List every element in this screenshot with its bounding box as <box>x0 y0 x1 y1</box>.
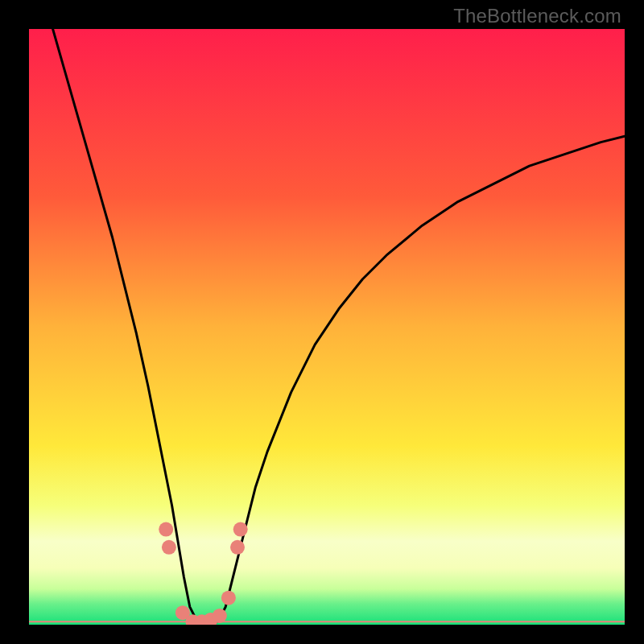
curve-marker <box>221 591 236 605</box>
curve-marker <box>230 540 245 555</box>
curve-marker <box>213 609 227 623</box>
curve-marker <box>162 540 176 555</box>
curve-marker <box>233 522 248 537</box>
watermark-label: TheBottleneck.com <box>453 5 621 27</box>
bottleneck-curve <box>53 29 625 625</box>
plot-area <box>29 29 625 625</box>
curve-layer <box>29 29 625 625</box>
curve-marker <box>159 522 173 537</box>
chart-frame: TheBottleneck.com <box>0 0 644 644</box>
